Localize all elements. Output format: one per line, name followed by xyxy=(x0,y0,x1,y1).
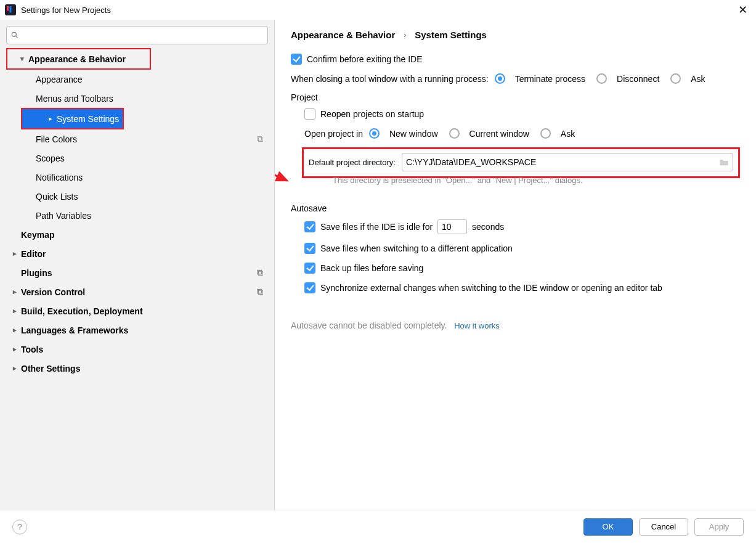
help-button[interactable]: ? xyxy=(12,520,27,534)
sync-ext-label: Synchronize external changes when switch… xyxy=(320,283,662,293)
sidebar-item-label: Appearance xyxy=(36,75,83,84)
switch-app-label: Save files when switching to a different… xyxy=(320,243,513,253)
sidebar-item-scopes[interactable]: Scopes xyxy=(0,149,274,168)
how-it-works-link[interactable]: How it works xyxy=(454,321,500,330)
sidebar-item-languages[interactable]: ▸Languages & Frameworks xyxy=(0,320,274,340)
radio-terminate-label: Terminate process xyxy=(515,74,585,84)
sidebar-item-label: Build, Execution, Deployment xyxy=(21,306,143,316)
idle-seconds-input[interactable] xyxy=(437,219,467,234)
chevron-right-icon: ▸ xyxy=(9,288,21,296)
backup-label: Back up files before saving xyxy=(320,263,423,273)
ok-button-label: OK xyxy=(603,522,614,531)
radio-new-window-label: New window xyxy=(389,129,438,139)
breadcrumb: Appearance & Behavior › System Settings xyxy=(291,30,740,40)
sidebar-item-build[interactable]: ▸Build, Execution, Deployment xyxy=(0,301,274,320)
apply-button[interactable]: Apply xyxy=(694,518,744,536)
search-icon xyxy=(10,31,19,39)
sidebar-item-editor[interactable]: ▸Editor xyxy=(0,244,274,263)
chevron-right-icon: ▸ xyxy=(9,345,21,353)
copy-icon: ⧉ xyxy=(257,287,263,297)
chevron-down-icon: ▾ xyxy=(16,55,28,63)
confirm-exit-checkbox[interactable] xyxy=(291,54,302,65)
cancel-button-label: Cancel xyxy=(651,522,676,531)
default-directory-input[interactable]: C:\YYJ\Data\IDEA_WORKSPACE xyxy=(402,153,733,171)
radio-disconnect-label: Disconnect xyxy=(617,74,659,84)
chevron-right-icon: ▸ xyxy=(9,250,21,258)
apply-button-label: Apply xyxy=(709,522,730,531)
sidebar-item-tools[interactable]: ▸Tools xyxy=(0,340,274,359)
app-icon xyxy=(5,4,16,15)
svg-rect-2 xyxy=(10,6,12,13)
window-title: Settings for New Projects xyxy=(21,6,111,15)
chevron-right-icon: ▸ xyxy=(9,364,21,372)
sidebar-item-label: Keymap xyxy=(21,230,54,240)
open-in-label: Open project in xyxy=(304,129,363,139)
idle-save-suffix: seconds xyxy=(472,222,504,232)
cancel-button[interactable]: Cancel xyxy=(639,518,688,536)
sidebar-item-plugins[interactable]: Plugins⧉ xyxy=(0,263,274,282)
sidebar-item-file-colors[interactable]: File Colors⧉ xyxy=(0,129,274,149)
sidebar-item-label: Other Settings xyxy=(21,364,80,374)
sidebar-item-other-settings[interactable]: ▸Other Settings xyxy=(0,359,274,378)
sidebar-item-label: Plugins xyxy=(21,268,52,278)
chevron-right-icon: ▸ xyxy=(9,326,21,334)
sidebar-item-system-settings[interactable]: ▸ System Settings xyxy=(22,109,123,128)
settings-sidebar: ▾ Appearance & Behavior Appearance Menus… xyxy=(0,20,275,510)
sidebar-item-version-control[interactable]: ▸Version Control⧉ xyxy=(0,282,274,301)
sidebar-item-label: Path Variables xyxy=(36,211,91,221)
sidebar-item-label: Quick Lists xyxy=(36,192,78,202)
sidebar-item-label: Languages & Frameworks xyxy=(21,325,128,335)
sync-ext-checkbox[interactable] xyxy=(304,282,315,293)
radio-current-window-label: Current window xyxy=(469,129,529,139)
svg-line-4 xyxy=(15,36,17,38)
radio-ask-label: Ask xyxy=(691,74,705,84)
breadcrumb-root: Appearance & Behavior xyxy=(291,30,395,40)
copy-icon: ⧉ xyxy=(257,267,263,278)
title-bar: Settings for New Projects ✕ xyxy=(0,0,756,20)
autosave-note: Autosave cannot be disabled completely. xyxy=(291,320,447,330)
dir-label: Default project directory: xyxy=(309,158,396,167)
reopen-checkbox[interactable] xyxy=(304,108,315,120)
svg-point-3 xyxy=(12,32,16,36)
ok-button[interactable]: OK xyxy=(583,518,633,536)
radio-open-ask[interactable] xyxy=(540,128,551,139)
sidebar-item-keymap[interactable]: Keymap xyxy=(0,225,274,244)
settings-content: Appearance & Behavior › System Settings … xyxy=(275,20,756,510)
sidebar-item-notifications[interactable]: Notifications xyxy=(0,168,274,187)
close-icon[interactable]: ✕ xyxy=(734,2,751,18)
folder-icon[interactable] xyxy=(719,158,729,166)
sidebar-item-quick-lists[interactable]: Quick Lists xyxy=(0,187,274,206)
sidebar-item-menus-toolbars[interactable]: Menus and Toolbars xyxy=(0,89,274,108)
dir-hint: This directory is preselected in "Open..… xyxy=(304,176,740,185)
default-directory-highlight: Default project directory: C:\YYJ\Data\I… xyxy=(302,147,740,178)
switch-app-checkbox[interactable] xyxy=(304,243,315,254)
chevron-right-icon: › xyxy=(404,31,406,39)
sidebar-item-label: Notifications xyxy=(36,173,83,182)
sidebar-item-label: Appearance & Behavior xyxy=(28,54,126,64)
sidebar-item-appearance-behavior[interactable]: ▾ Appearance & Behavior xyxy=(7,49,150,68)
sidebar-item-label: Tools xyxy=(21,345,43,354)
radio-open-ask-label: Ask xyxy=(561,129,575,139)
sidebar-item-path-variables[interactable]: Path Variables xyxy=(0,206,274,225)
backup-checkbox[interactable] xyxy=(304,263,315,274)
radio-terminate[interactable] xyxy=(495,73,505,84)
autosave-section-header: Autosave xyxy=(291,203,740,213)
idle-save-checkbox[interactable] xyxy=(304,221,315,232)
radio-disconnect[interactable] xyxy=(596,73,607,84)
reopen-label: Reopen projects on startup xyxy=(320,109,424,119)
radio-new-window[interactable] xyxy=(369,128,380,139)
copy-icon: ⧉ xyxy=(257,134,263,144)
sidebar-item-label: System Settings xyxy=(57,114,119,124)
radio-ask[interactable] xyxy=(670,73,681,84)
search-input[interactable] xyxy=(6,26,268,44)
radio-current-window[interactable] xyxy=(449,128,460,139)
breadcrumb-leaf: System Settings xyxy=(415,30,487,40)
close-tool-label: When closing a tool window with a runnin… xyxy=(291,74,489,84)
confirm-exit-label: Confirm before exiting the IDE xyxy=(307,54,423,64)
sidebar-item-label: File Colors xyxy=(36,134,77,144)
search-field[interactable] xyxy=(23,31,264,40)
sidebar-item-label: Menus and Toolbars xyxy=(36,94,113,104)
chevron-right-icon: ▸ xyxy=(44,115,57,123)
sidebar-item-appearance[interactable]: Appearance xyxy=(0,70,274,89)
sidebar-item-label: Version Control xyxy=(21,287,85,297)
